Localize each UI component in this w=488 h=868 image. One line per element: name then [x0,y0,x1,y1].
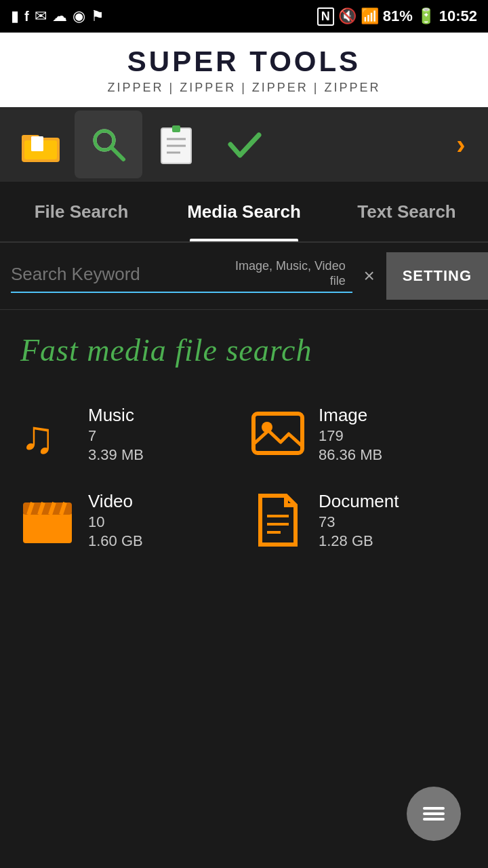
fab-menu-button[interactable] [407,787,461,841]
signal-icon: 📶 [361,7,379,25]
nfc-icon: N [317,7,334,26]
svg-rect-4 [31,136,43,151]
notes-tool-button[interactable] [142,111,210,178]
stat-item-document[interactable]: Document 73 1.28 GB [251,491,468,550]
svg-rect-14 [253,414,302,453]
mute-icon: 🔇 [338,7,357,25]
tab-active-indicator [190,239,298,241]
stat-item-video[interactable]: Video 10 1.60 GB [20,491,237,550]
clear-button[interactable]: × [352,259,386,293]
tab-media-search[interactable]: Media Search [163,182,325,241]
music-label: Music [88,405,144,426]
document-info: Document 73 1.28 GB [319,491,399,550]
search-input[interactable] [11,264,231,285]
search-hint: Image, Music, Video file [231,259,346,288]
main-content: Fast media file search ♫ Music 7 3.39 MB [0,310,488,631]
circle-icon: ◉ [73,7,85,25]
gmail-icon: ✉ [35,7,47,25]
video-count: 10 [88,513,143,531]
flag-icon: ⚑ [91,7,104,25]
music-icon: ♫ [20,407,75,461]
image-size: 86.36 MB [319,446,382,464]
status-icons-left: ▮ f ✉ ☁ ◉ ⚑ [11,7,104,25]
stats-grid: ♫ Music 7 3.39 MB Image 179 86.36 [20,405,468,550]
video-info: Video 10 1.60 GB [88,491,143,550]
search-tool-button[interactable] [75,111,142,178]
svg-rect-9 [172,125,180,132]
file-tool-button[interactable] [7,111,75,178]
image-count: 179 [319,427,382,445]
check-tool-button[interactable] [210,111,278,178]
stat-item-music[interactable]: ♫ Music 7 3.39 MB [20,405,237,464]
video-size: 1.60 GB [88,532,143,550]
tagline: Fast media file search [20,330,468,371]
tabs-bar: File Search Media Search Text Search [0,182,488,243]
video-icon [20,493,75,547]
search-input-wrap: Image, Music, Video file [11,259,352,292]
svg-text:♫: ♫ [20,411,55,461]
svg-line-6 [111,147,123,159]
tab-file-search[interactable]: File Search [0,182,163,241]
document-size: 1.28 GB [319,532,399,550]
video-label: Video [88,491,143,512]
toolbar-chevron-button[interactable]: › [441,111,481,178]
facebook-icon: f [24,9,29,24]
music-info: Music 7 3.39 MB [88,405,144,464]
svg-point-7 [95,131,114,150]
image-icon [251,407,305,461]
image-label: Image [319,405,382,426]
status-bar: ▮ f ✉ ☁ ◉ ⚑ N 🔇 📶 81% 🔋 10:52 [0,0,488,33]
document-icon [251,493,305,547]
document-label: Document [319,491,399,512]
weather-icon: ☁ [52,7,67,25]
app-title: SUPER TOOLS [127,45,361,78]
document-count: 73 [319,513,399,531]
music-size: 3.39 MB [88,446,144,464]
setting-button[interactable]: SETTING [386,252,488,300]
battery-icon: 🔋 [417,7,435,25]
status-icons-right: N 🔇 📶 81% 🔋 10:52 [317,7,477,26]
app-banner: SUPER TOOLS ZIPPER | ZIPPER | ZIPPER | Z… [0,33,488,107]
tab-text-search[interactable]: Text Search [325,182,488,241]
image-info: Image 179 86.36 MB [319,405,382,464]
stat-item-image[interactable]: Image 179 86.36 MB [251,405,468,464]
menu-icon [420,800,447,827]
svg-rect-16 [23,512,72,543]
music-count: 7 [88,427,144,445]
time-display: 10:52 [439,7,477,25]
banner-subtitle: ZIPPER | ZIPPER | ZIPPER | ZIPPER [107,81,380,95]
search-bar: Image, Music, Video file × SETTING [0,243,488,310]
battery-label: 81% [383,7,413,25]
phone-icon: ▮ [11,7,19,25]
toolbar: › [0,107,488,182]
